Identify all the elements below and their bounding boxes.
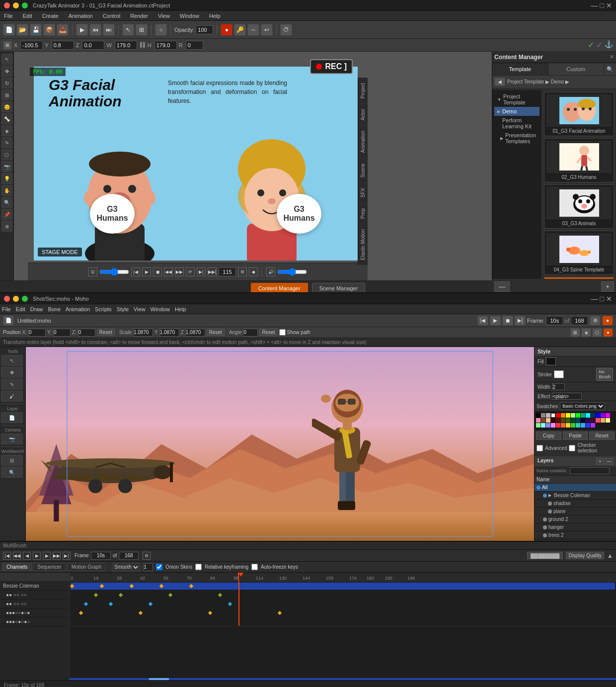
remove-layer-btn[interactable]: — — [605, 458, 613, 465]
moho-play2[interactable]: ▶ — [490, 316, 501, 326]
undo-btn[interactable]: ↩ — [261, 24, 273, 36]
maximize-btn[interactable] — [22, 2, 28, 8]
transform-btn[interactable]: ⊞ — [136, 24, 148, 36]
swatch-lyellow[interactable] — [571, 413, 575, 418]
menu-edit[interactable]: Edit — [21, 12, 34, 20]
swatch-t3[interactable] — [576, 423, 580, 428]
swatch-lgray[interactable] — [546, 413, 550, 418]
frame-input[interactable] — [219, 267, 236, 276]
tab-project[interactable]: Project — [358, 78, 368, 103]
rewind-btn[interactable]: ⏮ — [89, 24, 101, 36]
moho-close-icon[interactable]: ✕ — [606, 295, 612, 303]
minimize-btn[interactable] — [13, 2, 19, 8]
play-button[interactable]: ▶ — [142, 267, 151, 276]
moho-max[interactable] — [22, 296, 28, 302]
moho-menu-bone[interactable]: Bone — [48, 306, 61, 312]
x-input[interactable] — [20, 41, 43, 50]
tl-fwd[interactable]: ▶▶ — [53, 552, 61, 560]
tab-actor[interactable]: Actor — [358, 103, 368, 125]
tool-scale[interactable]: ⊞ — [1, 89, 12, 100]
tree-learning-kit[interactable]: Perform Learning Kit — [494, 116, 539, 131]
tool-mask[interactable]: ⬡ — [1, 149, 12, 160]
no-brush-btn[interactable]: NoBrush — [596, 368, 613, 381]
key-btn2[interactable]: ◆ — [249, 267, 258, 276]
menu-animation[interactable]: Animation — [67, 12, 95, 20]
menu-control[interactable]: Control — [101, 12, 122, 20]
tl-row-bessie[interactable]: Bessie Coleman — [0, 582, 69, 591]
tool-zoom[interactable]: 🔍 — [1, 197, 12, 208]
r-input[interactable] — [186, 41, 203, 50]
swatch-cyan2[interactable] — [541, 423, 545, 428]
swatches-select[interactable]: Basic Colors.png — [560, 402, 605, 410]
swatch-orange[interactable] — [561, 413, 565, 418]
tl-collapse-icon[interactable]: ▲ — [607, 552, 613, 559]
swatch-white[interactable] — [551, 413, 555, 418]
tool-camera[interactable]: 📷 — [1, 161, 12, 172]
scale-y[interactable] — [159, 329, 179, 337]
moho-restore-icon[interactable]: □ — [600, 295, 604, 303]
next-frame[interactable]: ▶| — [197, 267, 206, 276]
frame-back[interactable]: ◀◀ — [164, 267, 173, 276]
swatch-dkorange[interactable] — [556, 418, 560, 423]
swatch-dkpurple[interactable] — [586, 418, 590, 423]
grid-item-animals[interactable]: 03_G3 Animals — [544, 184, 614, 229]
swatch-dkblue[interactable] — [581, 418, 585, 423]
pos-z[interactable] — [78, 329, 95, 337]
align-btn[interactable]: ⊞ — [3, 41, 12, 50]
save-btn[interactable]: 💾 — [30, 24, 42, 36]
import-btn[interactable]: 📥 — [57, 24, 69, 36]
moho-menu-help[interactable]: Help — [175, 306, 186, 312]
tl-tab-graph[interactable]: Motion Graph — [67, 563, 106, 571]
restore-icon[interactable]: □ — [600, 1, 604, 9]
swatch-red[interactable] — [556, 413, 560, 418]
layer-plane[interactable]: plane — [535, 508, 616, 515]
moho-extra4[interactable]: ● — [603, 328, 613, 337]
auto-freeze-cb[interactable] — [251, 564, 258, 570]
moho-stop2[interactable]: ◼ — [502, 316, 513, 326]
moho-frame-back2[interactable]: |◀ — [477, 316, 488, 326]
tab-custom[interactable]: Custom — [548, 63, 605, 75]
copy-color-btn[interactable]: Copy — [536, 431, 561, 440]
scene-manager-tab[interactable]: Scene Manager — [312, 283, 366, 293]
swatch-b3[interactable] — [586, 423, 590, 428]
tl-row-4[interactable]: ●●●○○●○● — [0, 608, 69, 617]
paste-color-btn[interactable]: Paste — [563, 431, 588, 440]
moho-menu-style[interactable]: Style — [117, 306, 129, 312]
moho-menu-scripts[interactable]: Scripts — [95, 306, 112, 312]
tab-prep[interactable]: Prep — [358, 203, 368, 224]
swatch-navy[interactable] — [591, 413, 595, 418]
add-layer-btn[interactable]: + — [596, 458, 604, 465]
moho-frame-input[interactable] — [546, 316, 563, 325]
back-button[interactable]: ◀ — [494, 78, 505, 86]
tool-sprite[interactable]: ◈ — [1, 125, 12, 136]
pos-x[interactable] — [28, 329, 46, 337]
effect-input[interactable] — [552, 393, 582, 400]
swatch-r3[interactable] — [556, 423, 560, 428]
smooth-select[interactable]: Smooth — [112, 563, 140, 572]
tool-face[interactable]: 😊 — [1, 101, 12, 112]
stage[interactable]: G3 Facial Animation Smooth facial expres… — [34, 67, 358, 260]
tab-template[interactable]: Template — [492, 63, 548, 75]
tl-tab-channels[interactable]: Channels — [2, 563, 32, 571]
layer-bessie[interactable]: ▶ Bessie Coleman — [535, 492, 616, 500]
swatch-dkyellow[interactable] — [561, 418, 565, 423]
relative-key-cb[interactable] — [195, 564, 202, 570]
moho-tool-zoom[interactable]: 🔍 — [1, 467, 23, 478]
timeline-btn[interactable]: ⏱ — [280, 24, 292, 36]
swatch-skin[interactable] — [546, 418, 550, 423]
stop-button[interactable]: ◼ — [153, 267, 162, 276]
display-quality-btn[interactable]: Display Quality — [566, 552, 604, 559]
tool-rotate[interactable]: ↻ — [1, 78, 12, 88]
rec-btn[interactable]: ● — [221, 24, 232, 36]
tree-presentation[interactable]: ▶ Presentation Templates — [494, 131, 539, 146]
timeline-track[interactable]: 0 14 28 42 56 70 84 98 114 130 144 158 1… — [70, 573, 616, 680]
tool-extra[interactable]: ⊛ — [1, 221, 12, 232]
tl-fwd1[interactable]: ▶ — [43, 552, 51, 560]
zoom-slider[interactable] — [99, 268, 129, 276]
swatch-blue[interactable] — [596, 413, 600, 418]
onion-skin-cb[interactable] — [156, 564, 162, 570]
layer-hanger[interactable]: hanger — [535, 523, 616, 531]
tl-row-5[interactable]: ●●●○●○●○ — [0, 617, 69, 626]
tab-sfx[interactable]: SFX — [358, 182, 368, 202]
new-btn[interactable]: 📄 — [3, 24, 15, 36]
